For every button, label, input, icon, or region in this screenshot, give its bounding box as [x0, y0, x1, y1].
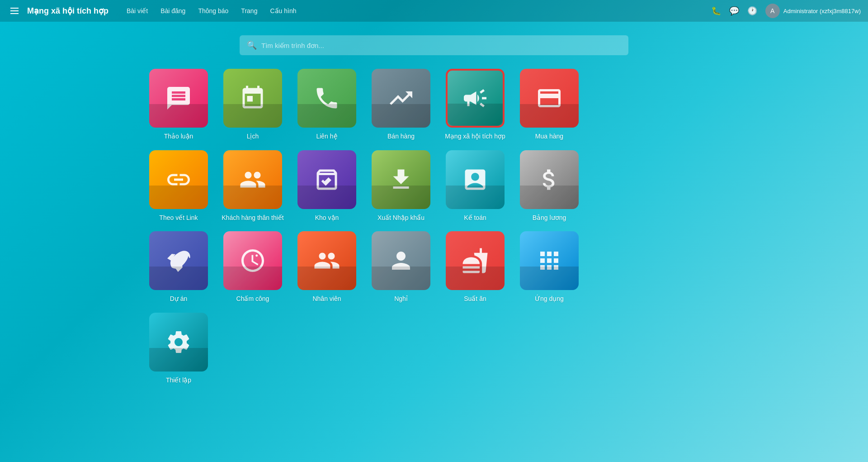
app-icon-thiet-lap: [149, 313, 208, 372]
app-label-cham-cong: Chấm công: [236, 295, 269, 304]
menu-icon[interactable]: [7, 4, 22, 18]
app-label-thao-luan: Thảo luận: [164, 132, 193, 141]
app-row-2: Dự ánChấm côngNhân viênNghỉSuất ănỨng dụ…: [145, 231, 583, 304]
search-icon: 🔍: [247, 40, 257, 50]
app-icon-mxh: [446, 69, 505, 128]
app-icon-xuat-nhap-khau: [372, 150, 430, 209]
app-icon-ung-dung: [520, 231, 579, 290]
app-label-thiet-lap: Thiết lập: [166, 376, 191, 385]
topbar-right: 🐛 💬 🕐 A Administrator (xzfxj3m8817w): [711, 4, 861, 18]
app-label-xuat-nhap-khau: Xuất Nhập khẩu: [377, 214, 425, 223]
app-row-3: Thiết lập: [145, 313, 212, 385]
clock-icon[interactable]: 🕐: [747, 6, 757, 16]
nav-item-nav-trang[interactable]: Trang: [241, 7, 257, 14]
app-icon-mua-hang: [520, 69, 579, 128]
app-item-suat-an[interactable]: Suất ăn: [441, 231, 509, 304]
app-item-kho-van[interactable]: Kho vận: [293, 150, 361, 223]
user-label: Administrator (xzfxj3m8817w): [783, 8, 861, 14]
app-item-lien-he[interactable]: Liên hệ: [293, 69, 361, 141]
app-item-ke-toan[interactable]: Kế toán: [441, 150, 509, 223]
app-item-bang-luong[interactable]: Bảng lương: [515, 150, 583, 223]
app-icon-bang-luong: [520, 150, 579, 209]
app-icon-lien-he: [297, 69, 356, 128]
svg-rect-1: [10, 10, 19, 11]
app-item-cham-cong[interactable]: Chấm công: [219, 231, 287, 304]
app-icon-nghi: [372, 231, 430, 290]
top-nav: Bài viếtBài đăngThông báoTrangCấu hình: [127, 7, 711, 14]
app-icon-khach-hang: [223, 150, 282, 209]
app-label-ke-toan: Kế toán: [464, 214, 486, 223]
app-icon-ban-hang: [372, 69, 430, 128]
svg-rect-2: [10, 13, 19, 14]
app-label-lien-he: Liên hệ: [316, 132, 337, 141]
app-item-lich[interactable]: Lịch: [219, 69, 287, 141]
app-label-theo-vet-link: Theo vết Link: [159, 214, 198, 223]
app-item-nghi[interactable]: Nghỉ: [367, 231, 435, 304]
app-item-thiet-lap[interactable]: Thiết lập: [145, 313, 212, 385]
app-icon-theo-vet-link: [149, 150, 208, 209]
app-icon-lich: [223, 69, 282, 128]
app-icon-kho-van: [297, 150, 356, 209]
app-row-0: Thảo luậnLịchLiên hệBán hàngMạng xã hội …: [145, 69, 583, 141]
search-input[interactable]: [261, 42, 621, 49]
app-label-bang-luong: Bảng lương: [533, 214, 566, 223]
app-label-mxh: Mạng xã hội tích hợp: [445, 132, 505, 141]
user-menu[interactable]: A Administrator (xzfxj3m8817w): [765, 4, 861, 18]
avatar: A: [765, 4, 780, 18]
app-item-mua-hang[interactable]: Mua hàng: [515, 69, 583, 141]
app-label-lich: Lịch: [247, 132, 259, 141]
app-item-theo-vet-link[interactable]: Theo vết Link: [145, 150, 212, 223]
app-label-nghi: Nghỉ: [394, 295, 408, 304]
app-label-kho-van: Kho vận: [315, 214, 339, 223]
svg-rect-0: [10, 8, 19, 9]
app-icon-ke-toan: [446, 150, 505, 209]
app-item-xuat-nhap-khau[interactable]: Xuất Nhập khẩu: [367, 150, 435, 223]
app-item-ban-hang[interactable]: Bán hàng: [367, 69, 435, 141]
app-item-du-an[interactable]: Dự án: [145, 231, 212, 304]
app-icon-cham-cong: [223, 231, 282, 290]
app-item-nhan-vien[interactable]: Nhân viên: [293, 231, 361, 304]
nav-item-nav-thongbao[interactable]: Thông báo: [198, 7, 228, 14]
app-item-mxh[interactable]: Mạng xã hội tích hợp: [441, 69, 509, 141]
topbar: Mạng xã hội tích hợp Bài viếtBài đăngThô…: [0, 0, 868, 22]
search-box: 🔍: [240, 35, 628, 55]
app-title: Mạng xã hội tích hợp: [27, 6, 108, 16]
app-label-khach-hang: Khách hàng thân thiết: [222, 214, 283, 223]
app-item-khach-hang[interactable]: Khách hàng thân thiết: [219, 150, 287, 223]
app-icon-du-an: [149, 231, 208, 290]
nav-item-nav-cauhinh[interactable]: Cấu hình: [270, 7, 296, 14]
app-label-mua-hang: Mua hàng: [535, 132, 563, 141]
nav-item-nav-baiviet[interactable]: Bài viết: [127, 7, 148, 14]
app-item-thao-luan[interactable]: Thảo luận: [145, 69, 212, 141]
app-label-nhan-vien: Nhân viên: [312, 295, 341, 304]
search-container: 🔍: [0, 35, 868, 55]
app-label-suat-an: Suất ăn: [464, 295, 486, 304]
app-label-ban-hang: Bán hàng: [387, 132, 415, 141]
app-label-du-an: Dự án: [170, 295, 188, 304]
app-icon-nhan-vien: [297, 231, 356, 290]
app-item-ung-dung[interactable]: Ứng dụng: [515, 231, 583, 304]
nav-item-nav-baidang[interactable]: Bài đăng: [160, 7, 185, 14]
app-grid: Thảo luậnLịchLiên hệBán hàngMạng xã hội …: [0, 69, 868, 389]
app-row-1: Theo vết LinkKhách hàng thân thiếtKho vậ…: [145, 150, 583, 223]
chat-icon[interactable]: 💬: [729, 6, 739, 16]
app-icon-thao-luan: [149, 69, 208, 128]
app-label-ung-dung: Ứng dụng: [535, 295, 564, 304]
bug-icon[interactable]: 🐛: [711, 6, 721, 16]
app-icon-suat-an: [446, 231, 505, 290]
